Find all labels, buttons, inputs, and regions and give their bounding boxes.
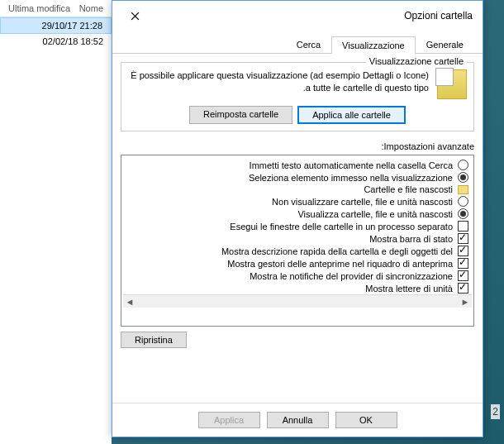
checkbox-icon[interactable] (458, 270, 468, 281)
tree-item[interactable]: Non visualizzare cartelle, file e unità … (123, 195, 472, 208)
reset-folders-button[interactable]: Reimposta cartelle (189, 106, 292, 124)
radio-icon[interactable] (458, 160, 468, 170)
dialog-tabs: Generale Visualizzazione Cerca (112, 36, 483, 54)
ok-button[interactable]: OK (335, 412, 397, 428)
explorer-background: Nome Ultima modifica 29/10/17 21:28 02/0… (0, 0, 112, 444)
tree-item-label: Mostra descrizione rapida della cartella… (221, 246, 453, 256)
folder-options-dialog: Opzioni cartella Generale Visualizzazion… (112, 0, 483, 437)
advanced-settings-tree[interactable]: Immetti testo automaticamente nella case… (121, 155, 474, 327)
tree-item[interactable]: Mostra gestori delle anteprime nel riqua… (123, 257, 472, 270)
apply-button[interactable]: Applica (198, 412, 260, 428)
tree-item-label: Seleziona elemento immesso nella visuali… (249, 173, 453, 183)
file-row[interactable]: 29/10/17 21:28 (0, 17, 112, 34)
radio-icon[interactable] (458, 172, 468, 183)
checkbox-icon[interactable] (458, 233, 468, 244)
tree-item-label: Immetti testo automaticamente nella case… (250, 160, 453, 170)
explorer-columns: Nome Ultima modifica (0, 0, 112, 17)
dialog-footer: OK Annulla Applica (112, 403, 483, 437)
checkbox-icon[interactable] (458, 246, 468, 256)
checkbox-icon[interactable] (458, 258, 468, 269)
group-title: Visualizzazione cartelle (366, 56, 467, 66)
folder-icon (437, 69, 467, 99)
scroll-right-icon[interactable]: ► (460, 297, 470, 307)
dialog-body: Visualizzazione cartelle È possibile app… (112, 54, 483, 403)
tree-item[interactable]: Mostra barra di stato (123, 232, 472, 245)
dialog-titlebar: Opzioni cartella (112, 1, 483, 31)
tab-general[interactable]: Generale (416, 36, 474, 53)
advanced-settings-label: Impostazioni avanzate: (121, 141, 474, 151)
dialog-title: Opzioni cartella (404, 10, 473, 21)
radio-icon[interactable] (458, 208, 468, 219)
cancel-button[interactable]: Annulla (267, 412, 329, 428)
tree-item[interactable]: Immetti testo automaticamente nella case… (123, 159, 472, 171)
tree-item[interactable]: Mostra descrizione rapida della cartella… (123, 245, 472, 257)
tree-item-label: Mostra lettere di unità (365, 284, 453, 294)
folder-views-description: È possibile applicare questa visualizzaz… (128, 69, 429, 95)
column-name[interactable]: Nome (70, 3, 103, 13)
radio-icon[interactable] (458, 196, 468, 207)
tree-item-label: Mostra barra di stato (369, 234, 453, 244)
scroll-left-icon[interactable]: ◄ (125, 297, 135, 307)
tab-view[interactable]: Visualizzazione (331, 36, 416, 54)
folder-icon (458, 185, 468, 194)
apply-to-folders-button[interactable]: Applica alle cartelle (297, 106, 406, 124)
checkbox-icon[interactable] (458, 283, 468, 294)
tree-item-label: Cartelle e file nascosti (364, 184, 453, 194)
tree-item[interactable]: Mostra le notifiche del provider di sinc… (123, 270, 472, 282)
tree-item[interactable]: Cartelle e file nascosti (123, 184, 472, 195)
tree-item-label: Esegui le finestre delle cartelle in un … (230, 222, 453, 232)
tree-item-label: Mostra le notifiche del provider di sinc… (250, 271, 453, 281)
column-modified[interactable]: Ultima modifica (8, 3, 70, 13)
file-date: 29/10/17 21:28 (42, 21, 102, 31)
tree-item-label: Non visualizzare cartelle, file e unità … (272, 197, 453, 207)
tree-item[interactable]: Mostra lettere di unità (123, 282, 472, 294)
tab-search[interactable]: Cerca (286, 36, 331, 53)
file-row[interactable]: 02/02/18 18:52 (0, 34, 112, 49)
tree-item-label: Visualizza cartelle, file e unità nascos… (297, 209, 453, 219)
checkbox-icon[interactable] (458, 221, 468, 232)
file-date: 02/02/18 18:52 (43, 36, 103, 46)
restore-defaults-button[interactable]: Ripristina (121, 332, 187, 348)
tree-item[interactable]: Esegui le finestre delle cartelle in un … (123, 220, 472, 232)
tree-item[interactable]: Visualizza cartelle, file e unità nascos… (123, 208, 472, 220)
horizontal-scrollbar[interactable]: ◄ ► (123, 294, 472, 308)
close-icon (131, 12, 140, 21)
tree-item-label: Mostra gestori delle anteprime nel riqua… (227, 259, 453, 269)
folder-views-group: Visualizzazione cartelle È possibile app… (121, 62, 474, 131)
tree-item[interactable]: Seleziona elemento immesso nella visuali… (123, 171, 472, 184)
close-button[interactable] (122, 7, 147, 24)
count-badge: 2 (491, 404, 500, 419)
